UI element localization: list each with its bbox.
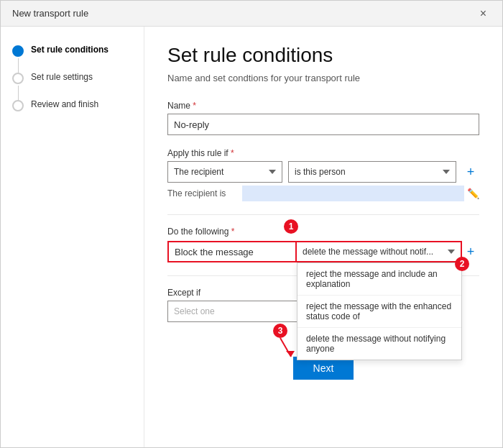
name-label: Name * (167, 101, 479, 111)
required-star2: * (231, 148, 234, 158)
step-item-settings[interactable]: Set rule settings (12, 71, 132, 84)
step-circle-review (12, 100, 24, 111)
callout-1: 1 (284, 219, 298, 234)
apply-rule-row: The recipient is this person + (167, 161, 479, 183)
block-message-box: Block the message (167, 241, 297, 262)
action-dropdown-menu: reject the message and include an explan… (297, 262, 462, 360)
edit-icon[interactable]: ✏️ (467, 188, 479, 199)
recipient-row: The recipient is ✏️ (167, 186, 479, 201)
do-following-label: Do the following * (167, 227, 479, 237)
step-item-conditions[interactable]: Set rule conditions (12, 44, 132, 57)
dropdown-item-reject-explanation[interactable]: reject the message and include an explan… (297, 263, 461, 296)
recipient-select[interactable]: The recipient (167, 161, 282, 183)
section-divider (167, 214, 479, 215)
close-button[interactable]: × (476, 6, 491, 21)
callout-3-group: 3 (266, 324, 295, 360)
step-circle-conditions (12, 45, 24, 57)
required-star: * (193, 101, 196, 111)
dropdown-item-reject-status[interactable]: reject the message with the enhanced sta… (297, 296, 461, 328)
dropdown-item-delete-silent[interactable]: delete the message without notifying any… (297, 328, 461, 360)
block-message-label: Block the message (175, 247, 254, 257)
callout-2: 2 (455, 257, 469, 271)
dialog: New transport rule × Set rule conditions… (0, 0, 503, 448)
action-select[interactable]: delete the message without notif... (297, 241, 462, 262)
apply-rule-label: Apply this rule if * (167, 148, 479, 158)
except-select[interactable]: Select one (167, 301, 311, 322)
callout-3-arrow (266, 338, 295, 360)
recipient-value-box (242, 186, 464, 201)
callout-3: 3 (273, 324, 287, 338)
add-condition-button[interactable]: + (462, 163, 479, 180)
dialog-title: New transport rule (12, 8, 88, 19)
recipient-is-label: The recipient is (167, 188, 239, 198)
step-item-review[interactable]: Review and finish (12, 99, 132, 111)
sidebar: Set rule conditions Set rule settings Re… (1, 27, 144, 447)
apply-rule-group: Apply this rule if * The recipient is th… (167, 148, 479, 201)
name-group: Name * (167, 101, 479, 135)
step-label-settings: Set rule settings (31, 71, 93, 83)
dialog-header: New transport rule × (1, 1, 502, 27)
do-following-group: Do the following * Block the message del… (167, 227, 479, 262)
page-title: Set rule conditions (167, 44, 479, 67)
step-circle-settings (12, 73, 24, 84)
action-select-wrapper: delete the message without notif... reje… (297, 241, 462, 262)
main-content: Set rule conditions Name and set condtio… (144, 27, 502, 447)
page-subtitle: Name and set condtions for your transpor… (167, 73, 479, 83)
name-input[interactable] (167, 114, 479, 135)
do-following-row: Block the message delete the message wit… (167, 241, 479, 262)
step-label-review: Review and finish (31, 99, 98, 111)
dialog-body: Set rule conditions Set rule settings Re… (1, 27, 502, 447)
step-label-conditions: Set rule conditions (31, 44, 109, 56)
condition-select[interactable]: is this person (288, 161, 456, 183)
svg-marker-1 (286, 351, 295, 357)
required-star3: * (231, 227, 235, 237)
